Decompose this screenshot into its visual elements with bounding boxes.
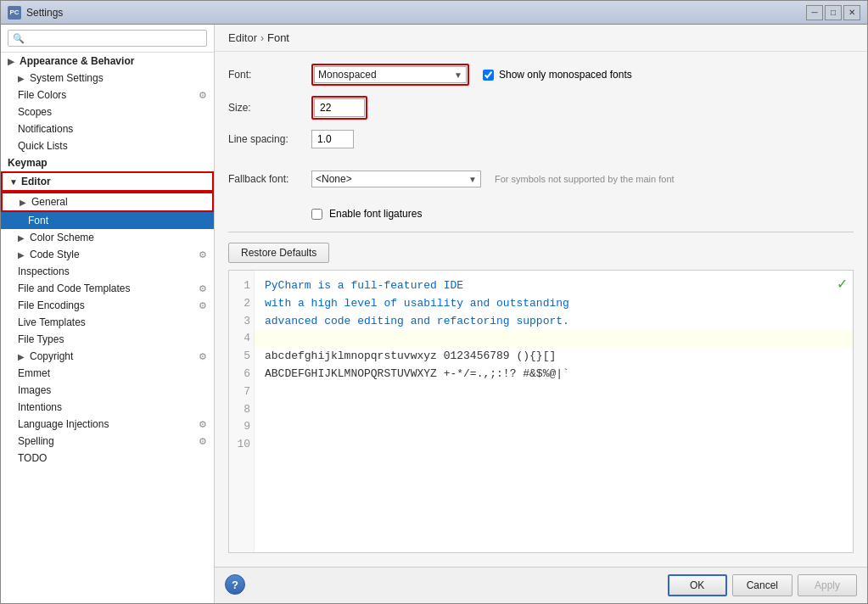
expand-arrow: ▶ <box>8 57 16 66</box>
code-line-7 <box>265 383 843 401</box>
settings-icon: ⚙ <box>199 283 207 294</box>
breadcrumb-parent: Editor <box>228 31 257 44</box>
line-spacing-row: Line spacing: 1.0 <box>228 128 854 150</box>
sidebar-item-label: Images <box>18 384 51 396</box>
sidebar-item-images[interactable]: Images <box>1 382 214 399</box>
breadcrumb-separator: › <box>260 32 264 44</box>
sidebar-item-label: Color Scheme <box>30 232 94 243</box>
settings-icon: ⚙ <box>199 351 207 362</box>
line-spacing-input[interactable]: 1.0 <box>311 130 354 148</box>
sidebar-item-label: Live Templates <box>18 316 86 328</box>
search-input[interactable] <box>27 32 202 44</box>
settings-icon: ⚙ <box>199 436 207 447</box>
sidebar-item-scopes[interactable]: Scopes <box>1 103 214 120</box>
settings-icon: ⚙ <box>199 419 207 430</box>
fallback-hint: For symbols not supported by the main fo… <box>495 174 675 184</box>
main-content: 🔍 ▶ Appearance & Behavior ▶ System Setti… <box>1 25 867 603</box>
expand-arrow: ▶ <box>20 198 28 207</box>
line-num: 1 <box>232 277 250 295</box>
sidebar-item-color-scheme[interactable]: ▶ Color Scheme <box>1 229 214 246</box>
sidebar-item-notifications[interactable]: Notifications <box>1 120 214 137</box>
settings-window: PC Settings ─ □ ✕ 🔍 ▶ Appearance & Behav… <box>0 0 868 604</box>
bottom-bar: ? OK Cancel Apply <box>215 567 867 603</box>
sidebar-item-label: Intentions <box>18 401 62 413</box>
font-select-wrap: Monospaced ▼ <box>311 64 469 86</box>
sidebar-item-copyright[interactable]: ▶ Copyright ⚙ <box>1 348 214 365</box>
sidebar-item-label: File Encodings <box>18 299 85 311</box>
expand-arrow: ▶ <box>18 74 26 83</box>
sidebar-item-label: Appearance & Behavior <box>20 55 134 67</box>
close-button[interactable]: ✕ <box>843 5 860 20</box>
sidebar-item-language-injections[interactable]: Language Injections ⚙ <box>1 416 214 433</box>
sidebar-item-code-style[interactable]: ▶ Code Style ⚙ <box>1 246 214 263</box>
check-icon: ✓ <box>837 276 848 292</box>
expand-arrow: ▼ <box>9 177 18 187</box>
sidebar-item-label: File Types <box>18 333 64 345</box>
window-title: Settings <box>26 7 806 19</box>
font-label: Font: <box>228 69 305 81</box>
sidebar-item-label: TODO <box>18 452 47 464</box>
sidebar-item-label: File and Code Templates <box>18 282 131 294</box>
expand-arrow: ▶ <box>18 250 26 260</box>
preview-area: 1 2 3 4 5 6 7 8 9 10 PyCharm is a full-f… <box>228 270 854 553</box>
breadcrumb: Editor › Font <box>215 25 867 52</box>
search-input-wrap[interactable]: 🔍 <box>8 30 207 47</box>
sidebar-item-label: File Colors <box>18 89 66 101</box>
line-num: 7 <box>232 383 250 401</box>
sidebar-item-font[interactable]: Font <box>1 212 214 229</box>
sidebar-item-spelling[interactable]: Spelling ⚙ <box>1 433 214 450</box>
sidebar-item-keymap[interactable]: Keymap <box>1 154 214 171</box>
monospaced-checkbox[interactable] <box>483 70 494 81</box>
sidebar-item-inspections[interactable]: Inspections <box>1 263 214 280</box>
maximize-button[interactable]: □ <box>825 5 842 20</box>
window-controls: ─ □ ✕ <box>806 5 860 20</box>
line-spacing-label: Line spacing: <box>228 133 305 145</box>
sidebar-item-general[interactable]: ▶ General <box>1 192 214 212</box>
dropdown-arrow-icon: ▼ <box>468 175 477 184</box>
cancel-button[interactable]: Cancel <box>732 574 792 596</box>
apply-button[interactable]: Apply <box>798 574 857 596</box>
sidebar-item-system-settings[interactable]: ▶ System Settings <box>1 70 214 87</box>
sidebar-item-label: Editor <box>21 176 51 187</box>
font-dropdown[interactable]: Monospaced ▼ <box>314 66 467 83</box>
help-button[interactable]: ? <box>225 574 245 595</box>
right-panel: Editor › Font Font: Monospaced ▼ <box>215 25 867 603</box>
search-box: 🔍 <box>1 25 214 53</box>
sidebar-item-file-colors[interactable]: File Colors ⚙ <box>1 87 214 103</box>
line-numbers: 1 2 3 4 5 6 7 8 9 10 <box>229 271 255 552</box>
line-num: 2 <box>232 295 250 313</box>
monospaced-label: Show only monospaced fonts <box>499 69 632 81</box>
window-icon: PC <box>8 6 21 20</box>
sidebar-item-file-code-templates[interactable]: File and Code Templates ⚙ <box>1 280 214 297</box>
breadcrumb-current: Font <box>267 31 289 44</box>
fallback-dropdown[interactable]: <None> ▼ <box>311 171 481 187</box>
code-line-4 <box>255 330 853 348</box>
sidebar-item-file-encodings[interactable]: File Encodings ⚙ <box>1 297 214 314</box>
line-num: 3 <box>232 313 250 331</box>
ligatures-checkbox[interactable] <box>311 209 322 220</box>
ok-button[interactable]: OK <box>668 574 727 596</box>
settings-icon: ⚙ <box>199 90 207 101</box>
code-line-3: advanced code editing and refactoring su… <box>265 313 843 331</box>
fallback-label: Fallback font: <box>228 173 305 185</box>
sidebar-item-todo[interactable]: TODO <box>1 450 214 467</box>
line-num: 8 <box>232 401 250 419</box>
code-line-9 <box>265 418 843 436</box>
size-input[interactable]: 22 <box>314 98 365 117</box>
sidebar-item-intentions[interactable]: Intentions <box>1 399 214 416</box>
fallback-row: Fallback font: <None> ▼ For symbols not … <box>228 169 854 189</box>
sidebar-item-label: Code Style <box>30 249 80 260</box>
sidebar-item-appearance[interactable]: ▶ Appearance & Behavior <box>1 53 214 70</box>
sidebar-item-editor[interactable]: ▼ Editor <box>1 171 214 192</box>
sidebar-item-label: Scopes <box>18 106 52 118</box>
line-num: 4 <box>232 330 250 348</box>
minimize-button[interactable]: ─ <box>806 5 823 20</box>
sidebar-item-emmet[interactable]: Emmet <box>1 365 214 382</box>
sidebar-item-label: Font <box>28 215 48 226</box>
sidebar-item-file-types[interactable]: File Types <box>1 331 214 348</box>
expand-arrow: ▶ <box>18 233 26 243</box>
restore-defaults-button[interactable]: Restore Defaults <box>228 243 329 263</box>
sidebar-item-live-templates[interactable]: Live Templates <box>1 314 214 331</box>
sidebar-item-quick-lists[interactable]: Quick Lists <box>1 137 214 154</box>
sidebar-item-label: System Settings <box>30 72 104 84</box>
